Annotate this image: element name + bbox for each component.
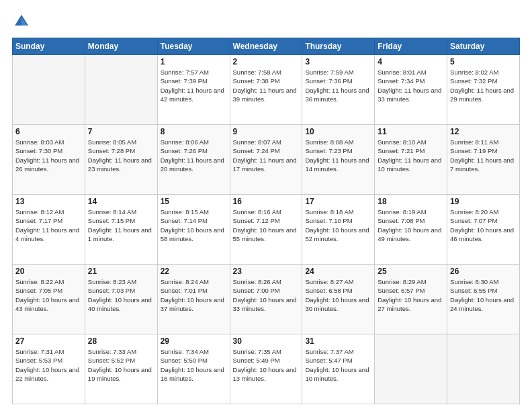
- calendar-header-tuesday: Tuesday: [157, 38, 230, 55]
- calendar-cell: 6Sunrise: 8:03 AMSunset: 7:30 PMDaylight…: [13, 125, 85, 195]
- day-number: 13: [15, 197, 82, 206]
- calendar-cell: 20Sunrise: 8:22 AMSunset: 7:05 PMDayligh…: [13, 265, 85, 334]
- logo-icon: [12, 12, 31, 31]
- calendar-cell: 19Sunrise: 8:20 AMSunset: 7:07 PMDayligh…: [447, 195, 520, 265]
- calendar-header-sunday: Sunday: [13, 38, 85, 55]
- calendar-header-wednesday: Wednesday: [230, 38, 302, 55]
- day-number: 10: [305, 127, 371, 136]
- day-info: Sunrise: 8:05 AMSunset: 7:28 PMDaylight:…: [88, 138, 154, 173]
- day-info: Sunrise: 7:59 AMSunset: 7:36 PMDaylight:…: [305, 68, 371, 103]
- day-info: Sunrise: 8:14 AMSunset: 7:15 PMDaylight:…: [88, 208, 154, 243]
- day-info: Sunrise: 8:30 AMSunset: 6:55 PMDaylight:…: [450, 277, 517, 313]
- calendar-cell: 4Sunrise: 8:01 AMSunset: 7:34 PMDaylight…: [375, 55, 447, 125]
- day-info: Sunrise: 8:29 AMSunset: 6:57 PMDaylight:…: [378, 277, 444, 313]
- day-number: 22: [161, 267, 227, 276]
- day-number: 8: [161, 127, 227, 136]
- day-info: Sunrise: 7:34 AMSunset: 5:50 PMDaylight:…: [161, 347, 227, 383]
- day-number: 12: [450, 127, 517, 136]
- day-info: Sunrise: 8:15 AMSunset: 7:14 PMDaylight:…: [161, 208, 227, 243]
- day-number: 6: [15, 127, 82, 136]
- calendar-cell: 11Sunrise: 8:10 AMSunset: 7:21 PMDayligh…: [375, 125, 447, 195]
- calendar-cell: 18Sunrise: 8:19 AMSunset: 7:08 PMDayligh…: [375, 195, 447, 265]
- day-info: Sunrise: 8:11 AMSunset: 7:19 PMDaylight:…: [450, 138, 517, 173]
- calendar-week-row: 1Sunrise: 7:57 AMSunset: 7:39 PMDaylight…: [13, 55, 520, 125]
- day-info: Sunrise: 8:16 AMSunset: 7:12 PMDaylight:…: [233, 208, 300, 243]
- calendar-header-monday: Monday: [85, 38, 157, 55]
- calendar-cell: 25Sunrise: 8:29 AMSunset: 6:57 PMDayligh…: [375, 265, 447, 334]
- day-info: Sunrise: 7:37 AMSunset: 5:47 PMDaylight:…: [305, 347, 371, 383]
- calendar-cell: 12Sunrise: 8:11 AMSunset: 7:19 PMDayligh…: [447, 125, 520, 195]
- day-number: 16: [233, 197, 300, 206]
- day-number: 29: [161, 336, 227, 346]
- calendar-cell: 23Sunrise: 8:26 AMSunset: 7:00 PMDayligh…: [230, 265, 302, 334]
- calendar-cell: 13Sunrise: 8:12 AMSunset: 7:17 PMDayligh…: [13, 195, 85, 265]
- calendar-cell: [447, 334, 520, 404]
- calendar-cell: 24Sunrise: 8:27 AMSunset: 6:58 PMDayligh…: [302, 265, 375, 334]
- day-info: Sunrise: 8:26 AMSunset: 7:00 PMDaylight:…: [233, 277, 300, 313]
- day-info: Sunrise: 7:58 AMSunset: 7:38 PMDaylight:…: [233, 68, 300, 103]
- day-number: 31: [305, 336, 371, 346]
- calendar-cell: 7Sunrise: 8:05 AMSunset: 7:28 PMDaylight…: [85, 125, 157, 195]
- calendar-cell: 31Sunrise: 7:37 AMSunset: 5:47 PMDayligh…: [302, 334, 375, 404]
- calendar-week-row: 6Sunrise: 8:03 AMSunset: 7:30 PMDaylight…: [13, 125, 520, 195]
- calendar-cell: 5Sunrise: 8:02 AMSunset: 7:32 PMDaylight…: [447, 55, 520, 125]
- day-info: Sunrise: 8:01 AMSunset: 7:34 PMDaylight:…: [378, 68, 444, 103]
- day-info: Sunrise: 8:03 AMSunset: 7:30 PMDaylight:…: [15, 138, 82, 173]
- day-number: 20: [15, 267, 82, 276]
- calendar-cell: 29Sunrise: 7:34 AMSunset: 5:50 PMDayligh…: [157, 334, 230, 404]
- calendar-cell: 8Sunrise: 8:06 AMSunset: 7:26 PMDaylight…: [157, 125, 230, 195]
- day-info: Sunrise: 7:57 AMSunset: 7:39 PMDaylight:…: [161, 68, 227, 103]
- day-info: Sunrise: 8:19 AMSunset: 7:08 PMDaylight:…: [378, 208, 444, 243]
- calendar-cell: 30Sunrise: 7:35 AMSunset: 5:49 PMDayligh…: [230, 334, 302, 404]
- calendar-week-row: 13Sunrise: 8:12 AMSunset: 7:17 PMDayligh…: [13, 195, 520, 265]
- page: SundayMondayTuesdayWednesdayThursdayFrid…: [0, 0, 532, 411]
- header: [12, 12, 520, 31]
- day-number: 19: [450, 197, 517, 206]
- day-number: 24: [305, 267, 371, 276]
- day-info: Sunrise: 7:33 AMSunset: 5:52 PMDaylight:…: [88, 347, 154, 383]
- day-number: 9: [233, 127, 300, 136]
- calendar-header-friday: Friday: [375, 38, 447, 55]
- calendar-cell: 2Sunrise: 7:58 AMSunset: 7:38 PMDaylight…: [230, 55, 302, 125]
- calendar-week-row: 20Sunrise: 8:22 AMSunset: 7:05 PMDayligh…: [13, 265, 520, 334]
- day-number: 1: [161, 57, 227, 66]
- day-info: Sunrise: 8:06 AMSunset: 7:26 PMDaylight:…: [161, 138, 227, 173]
- day-number: 11: [378, 127, 444, 136]
- day-number: 18: [378, 197, 444, 206]
- calendar-header-thursday: Thursday: [302, 38, 375, 55]
- calendar-cell: 14Sunrise: 8:14 AMSunset: 7:15 PMDayligh…: [85, 195, 157, 265]
- day-number: 25: [378, 267, 444, 276]
- calendar-cell: 22Sunrise: 8:24 AMSunset: 7:01 PMDayligh…: [157, 265, 230, 334]
- day-number: 23: [233, 267, 300, 276]
- calendar-cell: 9Sunrise: 8:07 AMSunset: 7:24 PMDaylight…: [230, 125, 302, 195]
- day-info: Sunrise: 8:27 AMSunset: 6:58 PMDaylight:…: [305, 277, 371, 313]
- calendar-cell: 17Sunrise: 8:18 AMSunset: 7:10 PMDayligh…: [302, 195, 375, 265]
- day-number: 7: [88, 127, 154, 136]
- day-info: Sunrise: 8:23 AMSunset: 7:03 PMDaylight:…: [88, 277, 154, 313]
- day-info: Sunrise: 8:20 AMSunset: 7:07 PMDaylight:…: [450, 208, 517, 243]
- calendar-cell: [13, 55, 85, 125]
- day-number: 27: [15, 336, 82, 346]
- calendar-cell: 10Sunrise: 8:08 AMSunset: 7:23 PMDayligh…: [302, 125, 375, 195]
- day-info: Sunrise: 8:12 AMSunset: 7:17 PMDaylight:…: [15, 208, 82, 243]
- logo: [12, 12, 34, 31]
- calendar-cell: 3Sunrise: 7:59 AMSunset: 7:36 PMDaylight…: [302, 55, 375, 125]
- calendar-cell: [375, 334, 447, 404]
- calendar-header-row: SundayMondayTuesdayWednesdayThursdayFrid…: [13, 38, 520, 55]
- day-number: 28: [88, 336, 154, 346]
- day-number: 30: [233, 336, 300, 346]
- day-info: Sunrise: 8:22 AMSunset: 7:05 PMDaylight:…: [15, 277, 82, 313]
- day-number: 2: [233, 57, 300, 66]
- calendar-cell: 1Sunrise: 7:57 AMSunset: 7:39 PMDaylight…: [157, 55, 230, 125]
- day-number: 15: [161, 197, 227, 206]
- day-info: Sunrise: 8:18 AMSunset: 7:10 PMDaylight:…: [305, 208, 371, 243]
- day-info: Sunrise: 8:10 AMSunset: 7:21 PMDaylight:…: [378, 138, 444, 173]
- calendar-cell: 28Sunrise: 7:33 AMSunset: 5:52 PMDayligh…: [85, 334, 157, 404]
- day-info: Sunrise: 8:08 AMSunset: 7:23 PMDaylight:…: [305, 138, 371, 173]
- day-info: Sunrise: 8:07 AMSunset: 7:24 PMDaylight:…: [233, 138, 300, 173]
- calendar-cell: 15Sunrise: 8:15 AMSunset: 7:14 PMDayligh…: [157, 195, 230, 265]
- calendar-header-saturday: Saturday: [447, 38, 520, 55]
- day-info: Sunrise: 8:24 AMSunset: 7:01 PMDaylight:…: [161, 277, 227, 313]
- day-number: 21: [88, 267, 154, 276]
- day-number: 17: [305, 197, 371, 206]
